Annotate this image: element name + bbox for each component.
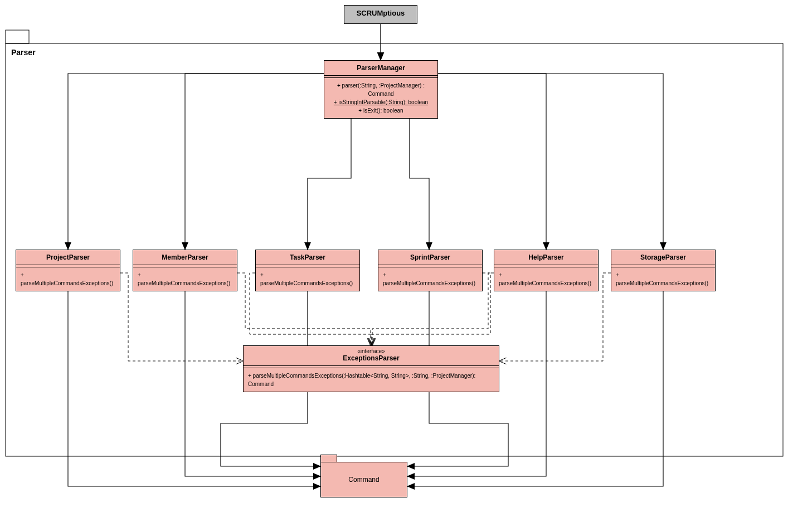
scrumptious-label: SCRUMptious [344, 6, 417, 21]
pm-method3: + isExit(): boolean [329, 106, 433, 115]
sprint-parser-name: SprintParser [378, 250, 482, 265]
pm-method1: + parser(:String, :ProjectManager) : Com… [329, 81, 433, 98]
member-parser-method: + parseMultipleCommandsExceptions() [133, 267, 237, 291]
diagram-canvas: SCRUMptious Parser ParserManager + parse… [0, 0, 788, 532]
storage-parser-method: + parseMultipleCommandsExceptions() [611, 267, 715, 291]
parser-manager-class: ParserManager + parser(:String, :Project… [324, 60, 438, 119]
task-parser-class: TaskParser + parseMultipleCommandsExcept… [255, 250, 360, 291]
pm-method2: + isStringIntParsable(:String): boolean [329, 98, 433, 106]
project-parser-name: ProjectParser [16, 250, 120, 265]
task-parser-name: TaskParser [256, 250, 359, 265]
scrumptious-node: SCRUMptious [344, 5, 417, 24]
svg-rect-1 [6, 30, 29, 43]
command-folder: Command [320, 462, 407, 497]
help-parser-class: HelpParser + parseMultipleCommandsExcept… [494, 250, 599, 291]
command-folder-tab [320, 455, 337, 462]
parser-manager-name: ParserManager [324, 61, 437, 75]
task-parser-method: + parseMultipleCommandsExceptions() [256, 267, 359, 291]
help-parser-name: HelpParser [494, 250, 598, 265]
project-parser-class: ProjectParser + parseMultipleCommandsExc… [16, 250, 120, 291]
member-parser-name: MemberParser [133, 250, 237, 265]
parser-manager-methods: + parser(:String, :ProjectManager) : Com… [324, 78, 437, 118]
storage-parser-class: StorageParser + parseMultipleCommandsExc… [611, 250, 716, 291]
project-parser-method: + parseMultipleCommandsExceptions() [16, 267, 120, 291]
package-label: Parser [11, 48, 36, 57]
storage-parser-name: StorageParser [611, 250, 715, 265]
sprint-parser-class: SprintParser + parseMultipleCommandsExce… [378, 250, 483, 291]
interface-stereotype: «interface» [244, 346, 499, 354]
interface-method: + parseMultipleCommandsExceptions(:Hasht… [244, 368, 499, 392]
interface-name: ExceptionsParser [244, 354, 499, 365]
help-parser-method: + parseMultipleCommandsExceptions() [494, 267, 598, 291]
sprint-parser-method: + parseMultipleCommandsExceptions() [378, 267, 482, 291]
exceptions-parser-interface: «interface» ExceptionsParser + parseMult… [243, 345, 499, 392]
member-parser-class: MemberParser + parseMultipleCommandsExce… [133, 250, 237, 291]
command-label: Command [348, 476, 379, 484]
